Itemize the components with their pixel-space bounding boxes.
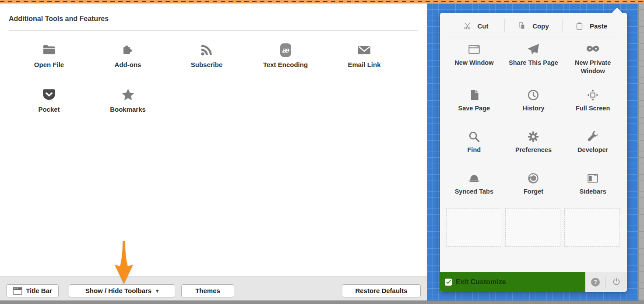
copy-button[interactable]: Copy xyxy=(505,22,562,30)
envelope-icon xyxy=(357,41,372,59)
panel-item-full-screen[interactable]: Full Screen xyxy=(563,85,623,126)
panel-item-developer[interactable]: Developer xyxy=(563,126,623,168)
panel-item-label: Preferences xyxy=(515,146,552,154)
panel-item-label: Save Page xyxy=(458,104,490,113)
exit-customize-label: Exit Customize xyxy=(456,278,506,286)
additional-tools-palette: Additional Tools and Features Open File … xyxy=(0,4,427,276)
panel-item-label: Developer xyxy=(577,146,608,154)
title-bar-icon xyxy=(13,287,22,295)
paste-button[interactable]: Paste xyxy=(563,22,620,30)
exit-customize-checkbox[interactable] xyxy=(445,279,452,286)
tool-item-label: Email Link xyxy=(348,61,380,68)
magnifier-icon xyxy=(468,129,481,144)
chevron-down-icon: ▾ xyxy=(156,288,158,294)
customize-footer-toolbar: Title Bar Show / Hide Toolbars ▾ Themes … xyxy=(0,276,427,300)
scissors-icon xyxy=(463,22,472,30)
ae-glyph: æ xyxy=(282,46,289,54)
window-edge-strip xyxy=(638,4,644,300)
rss-icon xyxy=(200,41,214,59)
panel-item-synced-tabs[interactable]: Synced Tabs xyxy=(444,168,504,209)
panel-item-history[interactable]: History xyxy=(504,85,563,126)
panel-footer-controls: ? xyxy=(585,272,627,292)
window-icon xyxy=(468,42,481,57)
clipboard-icon xyxy=(575,22,584,30)
panel-item-label: Synced Tabs xyxy=(455,187,493,196)
power-button[interactable] xyxy=(612,277,621,287)
panel-item-label: New Window xyxy=(454,59,493,67)
panel-item-share-this-page[interactable]: Share This Page xyxy=(504,39,563,85)
cut-label: Cut xyxy=(478,22,489,30)
cut-button[interactable]: Cut xyxy=(447,22,504,30)
fullscreen-icon xyxy=(586,88,599,103)
ae-glyph-icon: æ xyxy=(280,41,291,59)
title-bar-button[interactable]: Title Bar xyxy=(6,284,59,297)
paper-plane-icon xyxy=(527,42,540,57)
sidebar-icon xyxy=(586,171,599,186)
panel-item-new-private-window[interactable]: New Private Window xyxy=(563,39,623,85)
customize-drop-border-top xyxy=(0,0,644,4)
title-bar-button-label: Title Bar xyxy=(26,287,52,294)
power-icon xyxy=(612,277,621,287)
restore-defaults-label: Restore Defaults xyxy=(355,287,407,294)
pocket-icon xyxy=(42,85,56,104)
panel-item-forget[interactable]: Forget xyxy=(504,168,563,209)
empty-drop-slot[interactable] xyxy=(446,208,501,247)
star-icon xyxy=(121,85,135,104)
paste-label: Paste xyxy=(590,22,607,30)
panel-item-label: Find xyxy=(468,146,481,154)
help-icon: ? xyxy=(594,279,597,285)
tool-item-label: Open File xyxy=(34,61,64,68)
panel-item-new-window[interactable]: New Window xyxy=(444,39,504,85)
tool-item-open-file[interactable]: Open File xyxy=(10,37,88,81)
puzzle-piece-icon xyxy=(121,41,135,59)
tool-item-text-encoding[interactable]: æ Text Encoding xyxy=(246,37,325,81)
window-bottom-strip xyxy=(0,300,644,304)
panel-item-label: History xyxy=(523,104,545,113)
panel-item-find[interactable]: Find xyxy=(444,126,504,168)
section-title: Additional Tools and Features xyxy=(9,15,109,23)
panel-item-label: New Private Window xyxy=(567,59,618,75)
panel-item-sidebars[interactable]: Sidebars xyxy=(563,168,623,209)
panel-item-preferences[interactable]: Preferences xyxy=(504,126,563,168)
footer-separator xyxy=(605,276,606,288)
tool-item-label: Subscribe xyxy=(191,61,223,68)
mask-icon xyxy=(586,42,600,57)
tool-item-label: Text Encoding xyxy=(263,61,308,68)
empty-drop-slot[interactable] xyxy=(564,208,619,247)
panel-item-label: Share This Page xyxy=(509,59,558,67)
customize-mode-screen: Additional Tools and Features Open File … xyxy=(0,0,644,304)
show-hide-toolbars-label: Show / Hide Toolbars xyxy=(85,287,151,294)
gear-icon xyxy=(527,129,540,144)
panel-footer: Exit Customize ? xyxy=(440,272,627,292)
themes-button[interactable]: Themes xyxy=(181,284,234,297)
clock-icon xyxy=(527,88,540,103)
panel-item-label: Sidebars xyxy=(580,187,606,196)
tool-item-add-ons[interactable]: Add-ons xyxy=(88,37,167,81)
panel-item-save-page[interactable]: Save Page xyxy=(444,85,504,126)
tool-item-label: Pocket xyxy=(38,106,60,113)
copy-icon xyxy=(518,22,526,30)
restore-defaults-button[interactable]: Restore Defaults xyxy=(342,284,421,297)
help-button[interactable]: ? xyxy=(591,278,600,286)
edit-controls-row: Cut Copy Paste xyxy=(440,13,627,36)
tool-item-email-link[interactable]: Email Link xyxy=(325,37,404,81)
wrench-icon xyxy=(586,129,599,144)
tool-item-label: Bookmarks xyxy=(110,106,146,113)
folder-icon xyxy=(41,41,57,59)
tool-item-bookmarks[interactable]: Bookmarks xyxy=(88,81,167,126)
panel-divider xyxy=(449,38,618,38)
panel-item-label: Full Screen xyxy=(576,104,610,113)
orange-pointer-arrow xyxy=(114,240,134,285)
empty-drop-slot[interactable] xyxy=(505,208,560,247)
themes-button-label: Themes xyxy=(195,287,220,294)
exit-customize-button[interactable]: Exit Customize xyxy=(440,272,585,292)
show-hide-toolbars-button[interactable]: Show / Hide Toolbars ▾ xyxy=(69,284,175,297)
panel-items-grid: New Window Share This Page New Private W… xyxy=(444,39,623,209)
document-icon xyxy=(468,88,480,103)
tool-item-subscribe[interactable]: Subscribe xyxy=(167,37,246,81)
menu-panel: Cut Copy Paste N xyxy=(440,13,627,292)
tool-item-label: Add-ons xyxy=(115,61,141,68)
empty-slots-row xyxy=(446,208,619,247)
section-separator xyxy=(9,30,418,31)
tool-item-pocket[interactable]: Pocket xyxy=(10,81,88,126)
